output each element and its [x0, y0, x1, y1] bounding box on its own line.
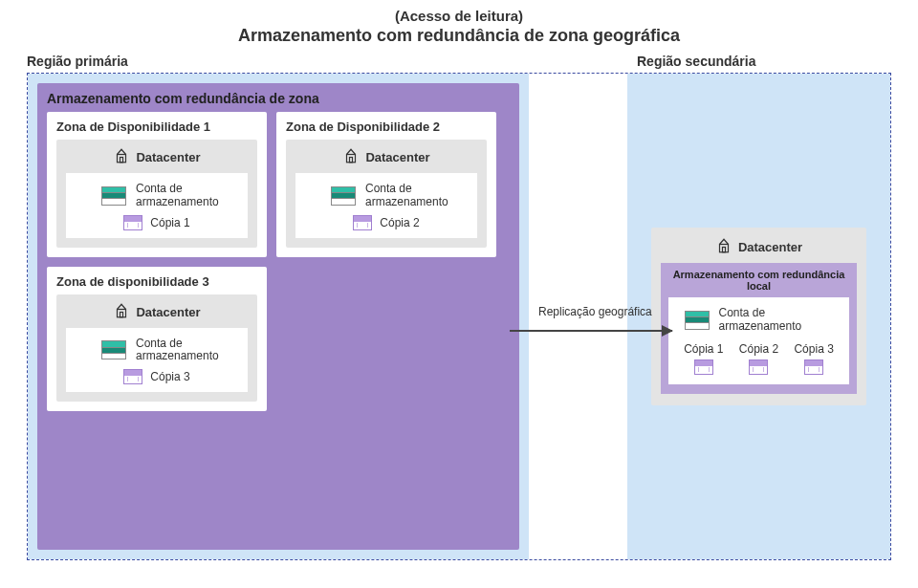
zone-redundant-storage-box: Armazenamento com redundância de zona Zo…: [37, 83, 519, 550]
secondary-copy-3: Cópia 3: [794, 342, 833, 375]
copy-icon: [123, 369, 142, 384]
lrs-box: Armazenamento com redundância local Cont…: [661, 263, 857, 395]
secondary-copy-1-label: Cópia 1: [684, 342, 723, 356]
svg-rect-5: [120, 312, 123, 316]
zone-2-datacenter: Datacenter Conta de armazenamento Cópia …: [286, 140, 487, 248]
zone-1-storage-label: Conta de armazenamento: [136, 183, 212, 209]
secondary-datacenter-label: Datacenter: [738, 240, 802, 254]
svg-rect-7: [722, 247, 725, 251]
secondary-region-label: Região secundária: [637, 54, 756, 69]
zone-1-datacenter-header: Datacenter: [66, 147, 248, 167]
zone-redundant-storage-title: Armazenamento com redundância de zona: [47, 91, 510, 106]
primary-region-label: Região primária: [27, 54, 543, 69]
zone-3-copy-label: Cópia 3: [150, 370, 189, 383]
copy-icon: [353, 215, 372, 230]
title-main: Armazenamento com redundância de zona ge…: [0, 26, 918, 46]
datacenter-icon: [342, 147, 360, 167]
zone-2-storage-label: Conta de armazenamento: [365, 183, 442, 209]
svg-rect-3: [350, 158, 353, 163]
zone-3-datacenter-header: Datacenter: [66, 302, 248, 322]
zone-1-copy-label: Cópia 1: [150, 216, 189, 229]
availability-zone-1: Zona de Disponibilidade 1 Datacenter Con…: [47, 112, 267, 257]
zone-row-1: Zona de Disponibilidade 1 Datacenter Con…: [47, 112, 510, 257]
zone-2-copy-label: Cópia 2: [380, 216, 419, 229]
lrs-copies-row: Cópia 1 Cópia 2 Cópia 3: [676, 342, 842, 375]
zone-2-datacenter-label: Datacenter: [365, 150, 429, 164]
zone-3-storage-card: Conta de armazenamento Cópia 3: [66, 328, 248, 393]
copy-icon: [749, 359, 768, 375]
datacenter-icon: [113, 147, 130, 167]
availability-zone-2: Zona de Disponibilidade 2 Datacenter Con…: [276, 112, 496, 257]
secondary-copy-2-label: Cópia 2: [739, 342, 778, 356]
zone-2-datacenter-header: Datacenter: [295, 147, 477, 167]
copy-icon: [694, 359, 713, 375]
secondary-datacenter: Datacenter Armazenamento com redundância…: [651, 228, 866, 406]
secondary-copy-2: Cópia 2: [739, 342, 778, 375]
lrs-storage-card: Conta de armazenamento Cópia 1 Cópia 2 C…: [668, 297, 849, 385]
zone-3-datacenter: Datacenter Conta de armazenamento Cópia …: [56, 294, 257, 403]
zone-1-datacenter: Datacenter Conta de armazenamento Cópia …: [56, 140, 257, 248]
lrs-title: Armazenamento com redundância local: [668, 269, 849, 292]
svg-rect-0: [118, 155, 126, 163]
svg-rect-1: [120, 158, 123, 163]
datacenter-icon: [715, 237, 732, 257]
zone-3-datacenter-label: Datacenter: [136, 305, 200, 319]
zone-1-datacenter-label: Datacenter: [136, 150, 200, 164]
primary-region: Armazenamento com redundância de zona Zo…: [28, 74, 529, 559]
zone-row-2: Zona de disponibilidade 3 Datacenter Con…: [47, 267, 510, 412]
zone-3-storage-label: Conta de armazenamento: [136, 338, 212, 364]
secondary-storage-label: Conta de armazenamento: [719, 307, 834, 334]
secondary-datacenter-header: Datacenter: [661, 237, 857, 257]
svg-rect-2: [347, 155, 356, 163]
zone-2-storage-card: Conta de armazenamento Cópia 2: [295, 173, 477, 238]
regions-container: Armazenamento com redundância de zona Zo…: [27, 73, 891, 560]
storage-account-icon: [101, 340, 126, 359]
storage-account-icon: [101, 186, 126, 206]
zone-1-title: Zona de Disponibilidade 1: [56, 120, 257, 134]
geo-replication-arrow-icon: [510, 330, 672, 332]
secondary-copy-1: Cópia 1: [684, 342, 723, 375]
zone-3-title: Zona de disponibilidade 3: [56, 274, 257, 289]
secondary-copy-3-label: Cópia 3: [794, 342, 833, 356]
geo-replication-label: Replicação geográfica: [538, 305, 652, 318]
zone-1-storage-card: Conta de armazenamento Cópia 1: [66, 173, 248, 238]
svg-rect-4: [118, 309, 126, 316]
storage-account-icon: [685, 311, 710, 330]
copy-icon: [123, 215, 142, 230]
availability-zone-3: Zona de disponibilidade 3 Datacenter Con…: [47, 267, 267, 412]
zone-2-title: Zona de Disponibilidade 2: [286, 120, 487, 134]
title-subtitle: (Acesso de leitura): [0, 8, 918, 24]
diagram-title-block: (Acesso de leitura) Armazenamento com re…: [0, 0, 918, 48]
secondary-region: Datacenter Armazenamento com redundância…: [627, 74, 890, 559]
datacenter-icon: [113, 302, 130, 322]
svg-rect-6: [719, 244, 728, 251]
region-labels-row: Região primária Região secundária: [0, 48, 918, 73]
storage-account-icon: [331, 186, 356, 206]
copy-icon: [804, 359, 823, 375]
